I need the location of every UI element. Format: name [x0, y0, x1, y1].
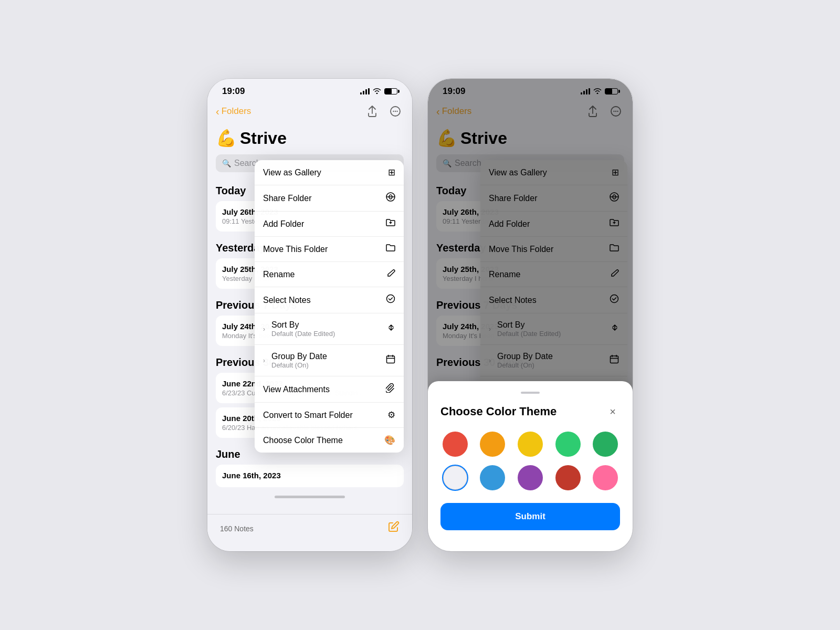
- svg-point-3: [396, 111, 397, 112]
- app-container: 19:09: [186, 58, 654, 572]
- menu-rename[interactable]: Rename: [255, 262, 404, 287]
- svg-point-2: [395, 111, 396, 112]
- color-swatch-red[interactable]: [443, 432, 468, 457]
- signal-icon: [360, 88, 370, 94]
- menu-sort-by-sublabel: Default (Date Edited): [271, 330, 335, 338]
- menu-group-by-date-sublabel: Default (On): [271, 361, 327, 369]
- svg-point-5: [387, 295, 395, 303]
- menu-view-attachments-label: View Attachments: [263, 385, 330, 394]
- nav-actions-left: [364, 103, 404, 120]
- home-indicator-left: [275, 496, 345, 498]
- menu-add-folder[interactable]: Add Folder: [255, 212, 404, 237]
- calendar-icon: [386, 354, 395, 366]
- menu-view-gallery[interactable]: View as Gallery ⊞: [255, 160, 404, 185]
- menu-view-gallery-label: View as Gallery: [263, 168, 321, 177]
- battery-icon: [384, 88, 397, 94]
- nav-bar-left: ‹ Folders: [207, 101, 412, 124]
- more-button-left[interactable]: [387, 103, 404, 120]
- menu-share-folder-label: Share Folder: [263, 194, 312, 203]
- color-swatch-dark-green[interactable]: [593, 432, 618, 457]
- menu-sort-by-label: Sort By: [271, 320, 335, 330]
- color-swatch-yellow[interactable]: [518, 432, 543, 457]
- sheet-header: Choose Color Theme ×: [440, 404, 620, 419]
- color-swatch-pink[interactable]: [593, 465, 618, 490]
- bottom-bar-left: 160 Notes: [207, 514, 412, 551]
- menu-share-folder[interactable]: Share Folder: [255, 185, 404, 212]
- share-button-left[interactable]: [364, 103, 381, 120]
- menu-rename-label: Rename: [263, 270, 295, 279]
- back-label-left: Folders: [222, 106, 251, 117]
- menu-group-by-date-label: Group By Date: [271, 352, 327, 361]
- color-swatch-blue[interactable]: [480, 465, 505, 490]
- context-menu-left: View as Gallery ⊞ Share Folder Add Folde…: [255, 160, 404, 453]
- gallery-icon: ⊞: [388, 167, 395, 178]
- color-sheet: Choose Color Theme × Submit: [428, 381, 633, 551]
- menu-select-notes-label: Select Notes: [263, 296, 311, 305]
- color-swatch-orange[interactable]: [480, 432, 505, 457]
- status-time-left: 19:09: [222, 86, 245, 97]
- menu-add-folder-label: Add Folder: [263, 219, 304, 229]
- status-icons-left: [360, 88, 397, 96]
- menu-sort-by-left: › Sort By Default (Date Edited): [263, 320, 335, 338]
- sort-icon: [387, 323, 395, 334]
- color-theme-icon: 🎨: [384, 435, 395, 446]
- color-swatch-white[interactable]: [443, 465, 468, 490]
- page-title-left: 💪 Strive: [207, 124, 412, 154]
- compose-button-left[interactable]: [387, 521, 400, 537]
- sheet-title: Choose Color Theme: [440, 405, 556, 418]
- note-title: June 16th, 2023: [222, 471, 397, 480]
- menu-move-folder[interactable]: Move This Folder: [255, 237, 404, 262]
- menu-color-theme[interactable]: Choose Color Theme 🎨: [255, 428, 404, 453]
- menu-group-by-date-left: › Group By Date Default (On): [263, 352, 327, 369]
- color-swatch-purple[interactable]: [518, 465, 543, 490]
- sort-chevron-icon: ›: [263, 326, 265, 333]
- left-phone: 19:09: [207, 79, 412, 551]
- note-item[interactable]: June 16th, 2023: [216, 465, 404, 487]
- menu-view-attachments[interactable]: View Attachments: [255, 376, 404, 403]
- search-icon-left: 🔍: [222, 159, 231, 167]
- color-grid: [440, 432, 620, 490]
- title-text-left: Strive: [240, 129, 287, 148]
- svg-point-1: [393, 111, 394, 112]
- status-bar-left: 19:09: [207, 79, 412, 101]
- attachments-icon: [386, 383, 395, 395]
- menu-convert-smart[interactable]: Convert to Smart Folder ⚙: [255, 403, 404, 428]
- group-chevron-icon: ›: [263, 357, 265, 364]
- back-chevron-icon: ‹: [216, 106, 219, 118]
- move-folder-icon: [386, 244, 395, 255]
- menu-convert-smart-label: Convert to Smart Folder: [263, 411, 353, 420]
- share-icon: [386, 192, 395, 204]
- right-phone: 19:09: [428, 79, 633, 551]
- back-button-left[interactable]: ‹ Folders: [216, 106, 251, 118]
- menu-select-notes[interactable]: Select Notes: [255, 287, 404, 313]
- notes-count-left: 160 Notes: [220, 524, 254, 533]
- menu-sort-by[interactable]: › Sort By Default (Date Edited): [255, 313, 404, 345]
- add-folder-icon: [386, 218, 395, 229]
- wifi-icon: [373, 88, 381, 96]
- smart-folder-icon: ⚙: [387, 410, 395, 421]
- menu-group-by-date[interactable]: › Group By Date Default (On): [255, 345, 404, 376]
- menu-color-theme-label: Choose Color Theme: [263, 436, 343, 445]
- rename-icon: [387, 269, 395, 280]
- title-emoji: 💪: [216, 128, 237, 148]
- select-notes-icon: [386, 294, 395, 306]
- color-swatch-green[interactable]: [555, 432, 581, 457]
- menu-move-folder-label: Move This Folder: [263, 245, 328, 254]
- sheet-handle: [521, 392, 540, 394]
- sheet-close-button[interactable]: ×: [605, 404, 620, 419]
- submit-button[interactable]: Submit: [440, 503, 620, 530]
- svg-rect-6: [387, 356, 395, 363]
- color-swatch-dark-red[interactable]: [555, 465, 581, 490]
